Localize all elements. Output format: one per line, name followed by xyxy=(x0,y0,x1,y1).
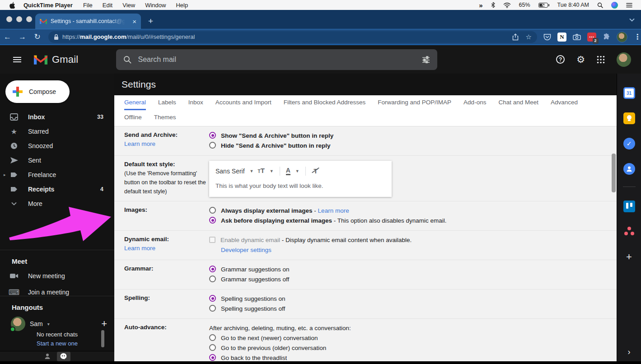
bluetooth-icon[interactable] xyxy=(487,2,499,8)
help-icon[interactable]: ? xyxy=(556,55,565,64)
url-text[interactable]: https://mail.google.com/mail/u/0/#settin… xyxy=(62,33,195,40)
developer-settings-link[interactable]: Developer settings xyxy=(221,246,271,255)
menu-edit[interactable]: Edit xyxy=(98,2,117,9)
window-minimize-button[interactable] xyxy=(16,16,22,22)
radio-icon[interactable] xyxy=(209,354,216,361)
bookmark-star-icon[interactable]: ☆ xyxy=(526,33,532,41)
trello-icon[interactable] xyxy=(623,201,635,212)
menu-view[interactable]: View xyxy=(117,2,140,9)
menu-window[interactable]: Window xyxy=(140,2,171,9)
tab-filters-blocked[interactable]: Filters and Blocked Addresses xyxy=(284,99,366,110)
sidebar-item-starred[interactable]: ★ Starred xyxy=(0,124,114,139)
tab-chat-meet[interactable]: Chat and Meet xyxy=(498,99,538,110)
extensions-puzzle-icon[interactable] xyxy=(603,33,610,41)
compose-button[interactable]: Compose xyxy=(5,80,70,103)
menubar-clock[interactable]: Tue 8:40 AM xyxy=(553,2,593,8)
tab-close-icon[interactable]: × xyxy=(132,18,136,25)
radio-spelling-on[interactable]: Spelling suggestions on xyxy=(209,294,603,303)
tab-list-chevron-icon[interactable] xyxy=(629,18,635,22)
tab-forwarding-pop-imap[interactable]: Forwarding and POP/IMAP xyxy=(378,99,451,110)
radio-icon[interactable] xyxy=(209,142,216,149)
contacts-person-icon[interactable] xyxy=(44,353,51,359)
back-button[interactable]: ← xyxy=(0,33,15,42)
tab-themes[interactable]: Themes xyxy=(154,114,176,121)
browser-menu-kebab-icon[interactable]: ⋮ xyxy=(634,33,641,41)
font-size-button[interactable]: TT xyxy=(258,166,265,176)
apple-icon[interactable] xyxy=(6,2,18,9)
radio-icon[interactable] xyxy=(209,207,216,214)
google-calendar-icon[interactable]: 31 xyxy=(623,87,635,99)
get-add-ons-icon[interactable]: + xyxy=(623,251,635,263)
sidebar-item-snoozed[interactable]: Snoozed xyxy=(0,139,114,153)
radio-icon[interactable] xyxy=(209,275,216,282)
search-bar[interactable]: Search mail xyxy=(116,49,437,70)
tab-general[interactable]: General xyxy=(124,99,146,110)
sidebar-item-receipts[interactable]: Receipts 4 xyxy=(0,182,114,196)
hangouts-caret-icon[interactable]: ▾ xyxy=(47,322,50,327)
collapse-panel-chevron-icon[interactable]: › xyxy=(617,347,641,357)
radio-go-previous[interactable]: Go to the previous (older) conversation xyxy=(209,344,603,353)
new-meeting-item[interactable]: New meeting xyxy=(0,268,114,284)
menubar-app-name[interactable]: QuickTime Player xyxy=(18,2,78,9)
search-input[interactable]: Search mail xyxy=(138,56,416,64)
radio-show-send-archive[interactable]: Show "Send & Archive" button in reply xyxy=(209,131,603,140)
browser-tab[interactable]: Settings - samahill.contact@g × xyxy=(35,14,141,29)
forward-button[interactable]: → xyxy=(15,33,30,42)
radio-icon[interactable] xyxy=(209,334,216,341)
expand-arrow-icon[interactable]: ▸ xyxy=(4,173,6,177)
radio-icon[interactable] xyxy=(209,132,216,139)
radio-hide-send-archive[interactable]: Hide "Send & Archive" button in reply xyxy=(209,141,603,150)
window-controls[interactable] xyxy=(6,16,32,22)
share-icon[interactable] xyxy=(512,33,519,41)
checkbox-icon[interactable] xyxy=(209,237,215,243)
radio-icon[interactable] xyxy=(209,305,216,312)
sidebar-item-freelance[interactable]: ▸ Freelance xyxy=(0,168,114,182)
radio-grammar-off[interactable]: Grammar suggestions off xyxy=(209,275,603,284)
google-keep-icon[interactable] xyxy=(623,112,635,124)
tab-accounts-import[interactable]: Accounts and Import xyxy=(215,99,271,110)
dropdown-caret-icon[interactable]: ▼ xyxy=(295,167,299,176)
account-avatar[interactable] xyxy=(617,52,631,67)
dropdown-caret-icon[interactable]: ▼ xyxy=(270,167,274,176)
search-options-tune-icon[interactable] xyxy=(422,56,430,63)
sidebar-item-inbox[interactable]: Inbox 33 xyxy=(0,110,114,124)
tab-add-ons[interactable]: Add-ons xyxy=(463,99,486,110)
remove-formatting-button[interactable]: T xyxy=(312,167,320,176)
learn-more-link[interactable]: Learn more xyxy=(318,207,349,214)
screenshot-extension-icon[interactable] xyxy=(573,34,581,40)
hangouts-bubble-icon[interactable] xyxy=(57,352,70,361)
radio-grammar-on[interactable]: Grammar suggestions on xyxy=(209,265,603,274)
radio-icon[interactable] xyxy=(209,295,216,302)
pocket-extension-icon[interactable] xyxy=(543,33,551,41)
spotlight-icon[interactable] xyxy=(593,2,607,8)
learn-more-link[interactable]: Learn more xyxy=(124,140,209,149)
google-contacts-icon[interactable] xyxy=(623,163,635,175)
new-conversation-button[interactable]: + xyxy=(101,318,107,330)
notification-center-icon[interactable] xyxy=(622,3,636,8)
learn-more-link[interactable]: Learn more xyxy=(124,244,209,253)
hangouts-user-row[interactable]: Sam ▾ + xyxy=(0,314,114,331)
main-menu-hamburger-icon[interactable] xyxy=(13,57,21,62)
google-apps-grid-icon[interactable] xyxy=(597,56,605,64)
content-scrollbar[interactable] xyxy=(612,154,616,192)
radio-icon[interactable] xyxy=(209,217,216,224)
start-new-chat-link[interactable]: Start a new one xyxy=(0,339,114,348)
dropdown-caret-icon[interactable]: ▼ xyxy=(250,167,254,176)
asana-icon[interactable] xyxy=(623,226,635,238)
browser-profile-avatar[interactable] xyxy=(617,32,627,42)
settings-gear-icon[interactable]: ⚙ xyxy=(576,55,585,64)
wifi-icon[interactable] xyxy=(499,2,515,8)
siri-icon[interactable] xyxy=(607,2,622,9)
radio-icon[interactable] xyxy=(209,266,216,272)
font-family-select[interactable]: Sans Serif xyxy=(215,167,245,176)
reload-button[interactable]: ↻ xyxy=(30,32,45,42)
tab-labels[interactable]: Labels xyxy=(158,99,176,110)
hangouts-avatar[interactable] xyxy=(11,317,25,331)
radio-ask-before-images[interactable]: Ask before displaying external images - … xyxy=(209,216,603,225)
url-bar[interactable]: https://mail.google.com/mail/u/0/#settin… xyxy=(48,31,537,43)
tab-offline[interactable]: Offline xyxy=(124,114,142,121)
password-extension-icon[interactable]: ••• 2 xyxy=(587,33,596,42)
sidebar-item-sent[interactable]: Sent xyxy=(0,153,114,168)
menu-help[interactable]: Help xyxy=(171,2,193,9)
radio-spelling-off[interactable]: Spelling suggestions off xyxy=(209,304,603,313)
